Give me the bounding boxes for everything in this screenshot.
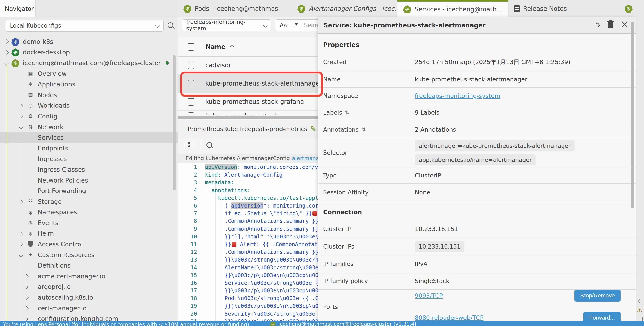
sidebar-item-port-forwarding[interactable]: Port Forwarding [0,186,178,196]
sort-toggle-icon[interactable]: ⇅ [345,110,349,116]
chevron-right-icon[interactable] [19,103,23,108]
tab-label: Release Notes [523,5,567,12]
chevron-down-icon [155,23,160,28]
sidebar-item-overview[interactable]: ▦Overview [0,68,178,79]
tab-Alertmanager Configs - icec...[interactable]: ⎈Alertmanager Configs - icec... [292,0,398,17]
line-number: 19 [178,303,197,309]
code-text: }}\u003c/p\u003e\n\u003cp\u003 [197,288,322,294]
port-link[interactable]: 8080:reloader-web/TCP [415,314,484,321]
chevron-right-icon[interactable] [24,316,28,321]
property-row-selector: Selectoralertmanager=kube-prometheus-sta… [318,138,636,168]
row-checkbox[interactable] [188,62,194,69]
code-text: kubectl.kubernetes.io/last-appli [197,195,322,201]
sidebar-item-nodes[interactable]: ▤Nodes [0,90,178,100]
code-segment: if eq .Status \"firing\" }} [224,210,312,216]
sidebar-item-content: ⎈icecheng@mathmast.com@freeleaps-cluster [12,59,161,67]
sidebar-scrollbar[interactable] [173,55,176,190]
sidebar-item-icecheng-mathmast-com-freeleaps-cluster[interactable]: ⎈icecheng@mathmast.com@freeleaps-cluster [0,58,178,68]
chevron-right-icon[interactable] [24,284,28,289]
line-number: 17 [178,288,197,294]
sidebar-item-label: Services [38,134,64,141]
chevron-right-icon[interactable] [19,231,23,236]
sidebar-item-content: ▤Nodes [27,92,57,99]
sidebar-item-acme-cert-manager-io[interactable]: acme.cert-manager.io [0,271,178,282]
port-forward-button[interactable]: Forward... [584,312,620,321]
sidebar-item-custom-resources[interactable]: ✦Custom Resources [0,250,178,260]
sidebar-item-demo-k8s[interactable]: ⎈demo-k8s [0,36,178,47]
sidebar-item-content: ❖Applications [27,81,75,88]
chip-list: 10.233.16.151 [415,241,464,252]
property-row-ip-family-policy: IP family policySingleStack [318,272,636,290]
port-forward-button[interactable]: Stop/Remove [574,290,620,302]
chevron-right-icon[interactable] [24,295,28,300]
property-value: None [415,189,430,196]
collapse-left-icon[interactable]: ‹ [638,296,640,305]
search-icon[interactable] [167,22,174,30]
save-icon[interactable] [186,142,194,150]
port-link[interactable]: 9093/TCP [415,292,443,299]
chevron-right-icon[interactable] [165,61,170,66]
sidebar-item-endpoints[interactable]: Endpoints [0,143,178,154]
chevron-right-icon[interactable] [4,40,9,44]
sidebar-item-events[interactable]: ◷Events [0,218,178,228]
sidebar-item-namespaces[interactable]: ◈Namespaces [0,207,178,218]
code-text: if eq .Status \"firing\" }} [197,210,318,216]
cluster-status[interactable]: ⎈ icecheng@mathmast.com@freeleaps-cluste… [270,321,416,326]
namespace-selector[interactable]: freeleaps-monitoring-system [182,19,271,31]
sidebar-item-content: Ingress Classes [38,166,85,173]
sidebar-item-network-policies[interactable]: Network Policies [0,175,178,186]
chevron-down-icon[interactable] [19,253,23,257]
editor-search-icon[interactable] [206,142,214,149]
row-checkbox[interactable] [188,98,194,106]
row-checkbox[interactable] [188,112,194,116]
chevron-right-icon[interactable] [19,200,23,204]
sidebar-item-ingress-classes[interactable]: Ingress Classes [0,164,178,175]
sidebar-item-label: Access Control [38,241,83,248]
name-column-header[interactable]: Name [206,43,226,50]
chevron-down-icon[interactable] [19,124,23,129]
navigator-tab[interactable]: Navigator [0,0,36,17]
regex-toggle[interactable]: .* [293,22,298,28]
sidebar-item-cert-manager-io[interactable]: cert-manager.io [0,303,178,314]
kubeconfig-selector[interactable]: Local Kubeconfigs [5,20,164,32]
sidebar-item-helm[interactable]: ⎈Helm [0,228,178,239]
drawer-scrollbar[interactable] [631,22,634,208]
match-case-toggle[interactable]: Aa [280,22,287,28]
chevron-right-icon[interactable] [4,50,9,55]
sidebar-item-storage[interactable]: ☷Storage [0,196,178,207]
chevron-right-icon[interactable] [24,306,28,311]
tab-Services - icecheng@math...[interactable]: ⎈Services - icecheng@math...× [398,0,508,17]
sidebar-item-workloads[interactable]: ⬡Workloads [0,100,178,111]
tab-Release Notes[interactable]: Release Notes [508,0,619,17]
select-all-checkbox[interactable] [188,43,194,51]
sidebar-item-services[interactable]: Services [0,132,178,143]
sidebar-item-argoproj-io[interactable]: argoproj.io [0,282,178,292]
tab-Pods - icecheng@mathmas...[interactable]: ⎈Pods - icecheng@mathmas... [178,0,292,17]
edit-pencil-icon[interactable]: ✎ [310,125,316,132]
sidebar-item-config[interactable]: ⚙Config [0,111,178,122]
sidebar-item-docker-desktop[interactable]: ⎈docker-desktop [0,47,178,58]
line-number: 9 [178,226,197,232]
sidebar-item-access-control[interactable]: Access Control [0,239,178,250]
tab-partial[interactable]: ⎈ [619,0,644,17]
property-label-text: Selector [323,150,348,156]
sidebar-item-configuration-konghq-com[interactable]: configuration.konghq.com [0,314,178,321]
delete-trash-icon[interactable] [608,22,613,28]
horizontal-scrollbar[interactable] [178,116,318,119]
namespace-link[interactable]: freeleaps-monitoring-system [415,92,500,99]
sidebar-item-definitions[interactable]: Definitions [0,260,178,271]
sort-toggle-icon[interactable]: ⇅ [361,126,366,133]
sidebar-item-network[interactable]: ⇅Network [0,122,178,132]
sidebar-item-ingresses[interactable]: Ingresses [0,154,178,164]
chevron-right-icon[interactable] [19,242,23,246]
chevron-right-icon[interactable] [19,114,23,119]
sidebar-item-autoscaling-k8s-io[interactable]: autoscaling.k8s.io [0,292,178,303]
sidebar-item-content: cert-manager.io [38,305,86,312]
edit-pencil-icon[interactable]: ✎ [595,22,602,29]
chevron-right-icon[interactable] [24,274,28,278]
code-segment: }}\u003c/p\u003e\n\u003cp\u003 [224,318,322,321]
code-text: Severity:\u003c/strong\u003e [197,311,315,317]
sidebar-item-applications[interactable]: ❖Applications [0,79,178,90]
close-icon[interactable]: × [620,19,629,29]
code-segment: {" [224,202,231,209]
